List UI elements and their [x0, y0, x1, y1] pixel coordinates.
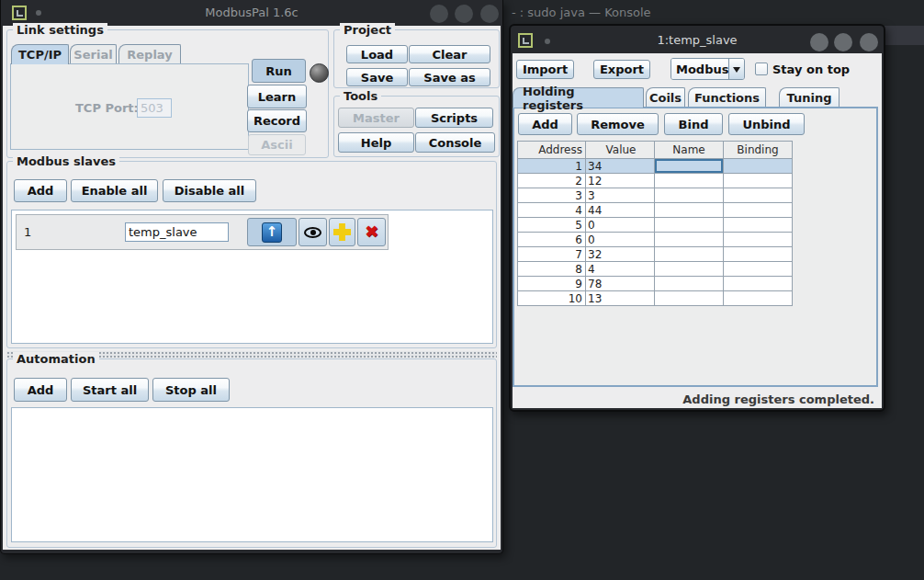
table-cell-name[interactable]: [655, 247, 724, 262]
table-cell-name[interactable]: [655, 188, 724, 203]
stay-on-top-checkbox[interactable]: [755, 63, 768, 75]
table-cell-value[interactable]: 4: [586, 262, 655, 277]
console-button[interactable]: Console: [415, 132, 495, 153]
table-cell-name[interactable]: [655, 262, 724, 277]
table-cell-value[interactable]: 0: [586, 218, 655, 233]
table-cell-binding[interactable]: [724, 247, 793, 262]
column-header-address[interactable]: Address: [518, 142, 586, 159]
table-cell-binding[interactable]: [724, 218, 793, 233]
table-cell-value[interactable]: 44: [586, 203, 655, 218]
table-cell-address[interactable]: 2: [518, 174, 586, 188]
tab-replay[interactable]: Replay: [118, 44, 181, 63]
slave-duplicate-button[interactable]: [329, 218, 355, 246]
table-cell-address[interactable]: 8: [518, 262, 586, 277]
register-unbind-button[interactable]: Unbind: [728, 113, 805, 135]
table-cell-value[interactable]: 0: [586, 233, 655, 247]
ascii-button[interactable]: Ascii: [248, 134, 306, 155]
record-button[interactable]: Record: [247, 109, 307, 132]
import-button[interactable]: Import: [516, 60, 574, 79]
slave-enable-toggle[interactable]: [247, 218, 297, 246]
table-cell-binding[interactable]: [724, 159, 793, 174]
save-button[interactable]: Save: [346, 68, 408, 86]
tab-functions[interactable]: Functions: [688, 87, 766, 107]
table-row[interactable]: 978: [518, 277, 793, 291]
register-bind-button[interactable]: Bind: [664, 113, 723, 135]
combo-arrow-icon[interactable]: [728, 59, 744, 79]
protocol-combobox[interactable]: Modbus: [670, 58, 745, 80]
slave-delete-button[interactable]: [357, 218, 386, 246]
table-cell-binding[interactable]: [724, 233, 793, 247]
automation-add-button[interactable]: Add: [14, 378, 67, 402]
load-button[interactable]: Load: [346, 45, 408, 63]
export-button[interactable]: Export: [593, 60, 650, 79]
run-button[interactable]: Run: [252, 59, 306, 83]
disable-all-button[interactable]: Disable all: [163, 179, 256, 202]
table-row[interactable]: 444: [518, 203, 793, 218]
master-button[interactable]: Master: [338, 108, 414, 128]
column-header-name[interactable]: Name: [655, 142, 724, 159]
save-as-button[interactable]: Save as: [409, 68, 490, 86]
table-cell-binding[interactable]: [724, 277, 793, 291]
table-cell-value[interactable]: 13: [586, 291, 655, 306]
slave-close-button[interactable]: [860, 33, 878, 51]
register-remove-button[interactable]: Remove: [577, 113, 659, 135]
table-cell-value[interactable]: 12: [586, 174, 655, 188]
table-cell-address[interactable]: 10: [518, 291, 586, 306]
slave-minimize-button[interactable]: [810, 33, 828, 51]
table-row[interactable]: 50: [518, 218, 793, 233]
slave-name-field[interactable]: temp_slave: [125, 222, 229, 242]
table-row[interactable]: 1013: [518, 291, 793, 306]
table-cell-address[interactable]: 5: [518, 218, 586, 233]
slave-window-titlebar[interactable]: 1:temp_slave: [511, 26, 884, 53]
table-row[interactable]: 84: [518, 262, 793, 277]
tab-serial[interactable]: Serial: [70, 44, 117, 63]
table-row[interactable]: 212: [518, 174, 793, 188]
slave-view-button[interactable]: [299, 218, 327, 246]
maximize-button[interactable]: [455, 5, 473, 23]
table-cell-value[interactable]: 34: [586, 159, 655, 174]
enable-all-button[interactable]: Enable all: [71, 179, 158, 202]
column-header-binding[interactable]: Binding: [724, 142, 793, 159]
table-row[interactable]: 134: [518, 159, 793, 174]
table-cell-address[interactable]: 6: [518, 233, 586, 247]
help-button[interactable]: Help: [338, 132, 414, 153]
clear-button[interactable]: Clear: [409, 45, 490, 63]
table-cell-name[interactable]: [655, 203, 724, 218]
table-cell-binding[interactable]: [724, 174, 793, 188]
table-row[interactable]: 33: [518, 188, 793, 203]
table-cell-name[interactable]: [655, 174, 724, 188]
slaves-add-button[interactable]: Add: [14, 179, 67, 202]
table-cell-address[interactable]: 7: [518, 247, 586, 262]
table-cell-value[interactable]: 32: [586, 247, 655, 262]
table-cell-address[interactable]: 4: [518, 203, 586, 218]
table-row[interactable]: 732: [518, 247, 793, 262]
learn-button[interactable]: Learn: [247, 85, 307, 108]
column-header-value[interactable]: Value: [586, 142, 655, 159]
table-cell-name[interactable]: [655, 291, 724, 306]
table-cell-address[interactable]: 1: [518, 159, 586, 174]
tab-coils[interactable]: Coils: [646, 87, 685, 107]
table-cell-value[interactable]: 3: [586, 188, 655, 203]
table-cell-name[interactable]: [655, 218, 724, 233]
stay-on-top-label[interactable]: Stay on top: [772, 63, 850, 76]
table-cell-name[interactable]: [655, 233, 724, 247]
tcp-port-field[interactable]: 503: [137, 98, 172, 118]
slave-maximize-button[interactable]: [834, 33, 852, 51]
table-row[interactable]: 60: [518, 233, 793, 247]
modbuspal-titlebar[interactable]: ModbusPal 1.6c: [1, 0, 502, 26]
start-all-button[interactable]: Start all: [71, 378, 149, 402]
table-cell-address[interactable]: 9: [518, 277, 586, 291]
table-cell-binding[interactable]: [724, 188, 793, 203]
register-add-button[interactable]: Add: [518, 113, 572, 135]
table-cell-binding[interactable]: [724, 203, 793, 218]
tab-holding-registers[interactable]: Holding registers: [513, 87, 644, 108]
table-cell-address[interactable]: 3: [518, 188, 586, 203]
table-cell-binding[interactable]: [724, 291, 793, 306]
close-button[interactable]: [480, 5, 499, 23]
table-cell-name[interactable]: [655, 159, 724, 174]
table-cell-binding[interactable]: [724, 262, 793, 277]
tab-tuning[interactable]: Tuning: [779, 87, 839, 107]
table-cell-value[interactable]: 78: [586, 277, 655, 291]
scripts-button[interactable]: Scripts: [415, 108, 493, 128]
minimize-button[interactable]: [430, 5, 448, 23]
